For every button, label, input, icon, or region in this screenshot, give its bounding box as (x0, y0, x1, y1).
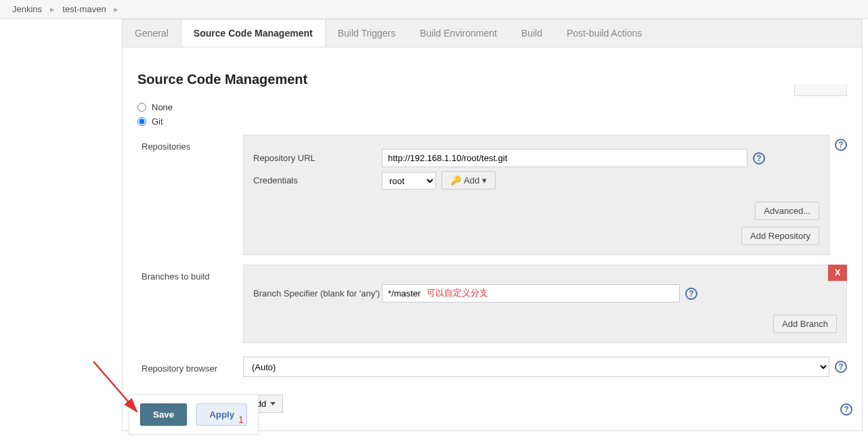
add-credentials-label: Add (464, 175, 479, 185)
ghost-button (794, 84, 847, 96)
add-branch-row: Add Branch (253, 315, 837, 333)
chevron-right-icon: ▸ (50, 4, 55, 14)
help-icon[interactable]: ? (835, 139, 847, 151)
tab-build[interactable]: Build (509, 20, 555, 47)
help-icon[interactable]: ? (753, 152, 765, 164)
add-branch-button[interactable]: Add Branch (773, 315, 837, 333)
branch-spec-row: Branch Specifier (blank for 'any') 可以自定义… (253, 284, 837, 303)
add-repo-row: Add Repository (253, 227, 819, 245)
tab-build-environment[interactable]: Build Environment (408, 20, 509, 47)
repo-browser-select[interactable]: (Auto) (243, 357, 829, 377)
key-icon: 🔑 (450, 175, 461, 185)
repo-url-row: Repository URL ? (253, 149, 819, 167)
delete-branch-button[interactable]: X (828, 265, 847, 281)
repo-right-buttons: Advanced... (253, 202, 819, 220)
scm-none-label: None (152, 102, 173, 112)
chevron-right-icon: ▸ (114, 4, 118, 14)
tab-general[interactable]: General (123, 20, 181, 47)
help-icon[interactable]: ? (840, 403, 852, 416)
tab-source-code-management[interactable]: Source Code Management (181, 20, 326, 47)
branch-spec-label: Branch Specifier (blank for 'any') (253, 288, 382, 298)
breadcrumb-job[interactable]: test-maven (62, 4, 106, 14)
repo-url-label: Repository URL (253, 153, 382, 163)
annotation-one: 1 (238, 414, 244, 425)
help-icon[interactable]: ? (835, 361, 847, 373)
credentials-select[interactable]: root (382, 172, 436, 190)
credentials-label: Credentials (253, 175, 382, 185)
breadcrumb-root[interactable]: Jenkins (12, 4, 42, 14)
add-repository-button[interactable]: Add Repository (741, 227, 819, 245)
help-icon[interactable]: ? (685, 288, 697, 300)
branches-body: X Branch Specifier (blank for 'any') 可以自… (243, 265, 847, 343)
tab-build-triggers[interactable]: Build Triggers (326, 20, 408, 47)
breadcrumb: Jenkins ▸ test-maven ▸ (0, 0, 868, 19)
caret-down-icon (270, 402, 276, 405)
scm-git-radio[interactable] (137, 117, 146, 126)
add-credentials-button[interactable]: 🔑 Add ▾ (441, 171, 496, 190)
advanced-button[interactable]: Advanced... (755, 202, 819, 220)
branch-spec-input[interactable] (382, 284, 680, 303)
scm-git-row[interactable]: Git (137, 116, 847, 127)
scm-none-row[interactable]: None (137, 102, 847, 112)
scm-none-radio[interactable] (137, 103, 146, 112)
scm-git-label: Git (152, 116, 163, 127)
save-button[interactable]: Save (140, 403, 187, 426)
branches-label: Branches to build (142, 265, 243, 343)
section-title: Source Code Management (137, 72, 847, 87)
repositories-body: Repository URL ? Credentials root 🔑 Add … (243, 135, 829, 255)
repo-url-input[interactable] (382, 149, 747, 167)
credentials-row: Credentials root 🔑 Add ▾ (253, 171, 819, 190)
repo-browser-label: Repository browser (142, 361, 243, 374)
tab-post-build-actions[interactable]: Post-build Actions (555, 20, 654, 47)
repositories-label: Repositories (142, 135, 243, 255)
repo-browser-row: Repository browser (Auto) ? (142, 357, 847, 377)
dropdown-caret-icon: ▾ (482, 175, 487, 185)
branches-block: Branches to build X Branch Specifier (bl… (142, 265, 847, 343)
config-panel: Source Code Management None Git Reposito… (122, 47, 863, 431)
config-tabs: General Source Code Management Build Tri… (122, 19, 863, 47)
repositories-block: Repositories Repository URL ? Credential… (142, 135, 847, 255)
